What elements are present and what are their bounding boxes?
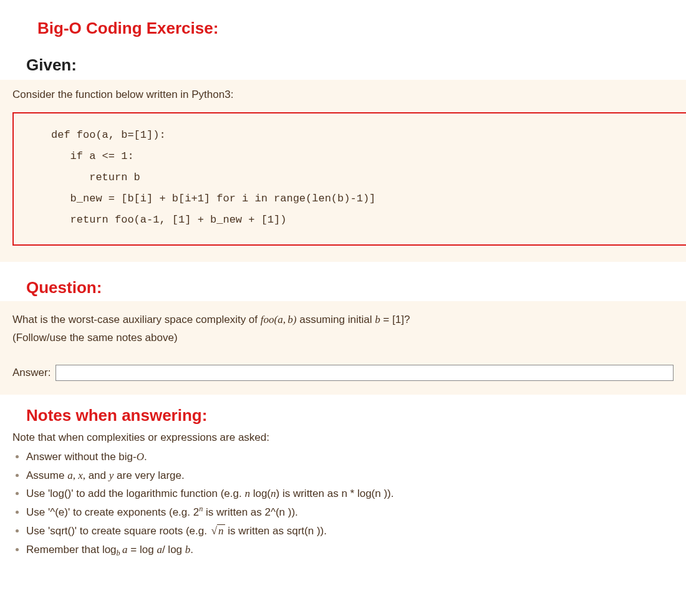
- notes-item-4: Use '^(e)' to create exponents (e.g. 2n …: [26, 503, 674, 522]
- code-block: def foo(a, b=[1]): if a <= 1: return b b…: [12, 112, 686, 246]
- notes-item-4b: is written as 2^(n )).: [203, 506, 298, 518]
- notes-item-6avar2: a: [157, 544, 162, 556]
- notes-item-2: Assume a, x, and y are very large.: [26, 466, 674, 485]
- given-intro: Consider the function below written in P…: [12, 89, 674, 101]
- notes-item-4base: 2: [193, 506, 199, 518]
- page-title: Big-O Coding Exercise:: [37, 19, 686, 38]
- notes-item-6a: Remember that: [26, 544, 102, 556]
- notes-list: Answer without the big-O. Assume a, x, a…: [12, 448, 674, 559]
- notes-item-4a: Use '^(e)' to create exponents (e.g.: [26, 506, 193, 518]
- answer-row: Answer:: [12, 365, 674, 381]
- question-panel: What is the worst-case auxiliary space c…: [0, 301, 686, 395]
- notes-item-5b: is written as sqrt(n )).: [225, 525, 327, 537]
- notes-item-5a: Use 'sqrt()' to create square roots (e.g…: [26, 525, 210, 537]
- notes-item-6end: .: [190, 544, 193, 556]
- answer-input[interactable]: [56, 365, 674, 381]
- notes-item-6bvar: b: [185, 544, 191, 556]
- notes-item-2b: are very large.: [114, 469, 184, 481]
- notes-item-1b: O: [137, 451, 144, 463]
- notes-item-1: Answer without the big-O.: [26, 448, 674, 466]
- answer-label: Answer:: [12, 367, 51, 379]
- question-follow: (Follow/use the same notes above): [12, 332, 178, 344]
- notes-item-6: Remember that logb a = log a/ log b.: [26, 541, 674, 559]
- notes-item-6log3: log: [165, 544, 185, 556]
- notes-item-3b: is written as n * log(n )).: [279, 488, 394, 499]
- given-heading: Given:: [26, 55, 686, 75]
- question-prefix: What is the worst-case auxiliary space c…: [12, 314, 261, 325]
- notes-item-1a: Answer without the big-: [26, 451, 137, 463]
- notes-panel: Note that when complexities or expressio…: [0, 429, 686, 565]
- sqrt-icon: n: [210, 522, 225, 541]
- question-text: What is the worst-case auxiliary space c…: [12, 311, 674, 347]
- notes-item-3n2: n: [271, 488, 276, 499]
- given-panel: Consider the function below written in P…: [0, 80, 686, 262]
- question-cond-var: b: [375, 314, 380, 325]
- notes-item-3: Use 'log()' to add the logarithmic funct…: [26, 484, 674, 503]
- notes-item-6avar: a: [122, 544, 128, 556]
- question-cond-eq: =: [380, 314, 392, 325]
- notes-item-5arg: n: [217, 524, 225, 537]
- question-heading: Question:: [26, 278, 686, 297]
- question-suffix: ?: [404, 314, 410, 325]
- question-func: foo(a, b): [261, 314, 297, 325]
- notes-item-1c: .: [144, 451, 147, 463]
- notes-heading: Notes when answering:: [26, 406, 686, 425]
- notes-item-2vars: a, x,: [67, 469, 85, 481]
- notes-item-2a: Assume: [26, 469, 67, 481]
- notes-item-6eq: =: [128, 544, 140, 556]
- notes-item-2mid: and: [85, 469, 109, 481]
- question-mid: assuming initial: [296, 314, 375, 325]
- notes-item-3a: Use 'log()' to add the logarithmic funct…: [26, 488, 244, 499]
- notes-item-5: Use 'sqrt()' to create square roots (e.g…: [26, 522, 674, 541]
- question-cond-val: [1]: [392, 314, 404, 325]
- notes-intro: Note that when complexities or expressio…: [12, 431, 674, 444]
- notes-item-3n: n: [244, 488, 250, 499]
- notes-item-6log: log: [102, 544, 117, 556]
- notes-item-6log2: log: [140, 544, 157, 556]
- notes-item-3log: log(: [250, 488, 271, 499]
